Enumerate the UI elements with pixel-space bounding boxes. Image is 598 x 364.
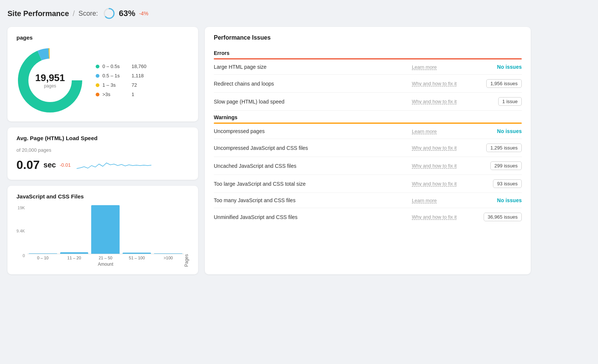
legend-count: 18,760 bbox=[132, 64, 147, 69]
issue-row: Unminified JavaScript and CSS filesWhy a… bbox=[214, 208, 522, 226]
issue-name: Uncompressed JavaScript and CSS files bbox=[214, 145, 412, 151]
issue-row: Too large JavaScript and CSS total sizeW… bbox=[214, 175, 522, 193]
issue-badge[interactable]: 1,295 issues bbox=[481, 144, 522, 152]
avg-load-subtitle: of 20,000 pages bbox=[16, 147, 189, 153]
x-label: >100 bbox=[154, 256, 182, 260]
legend-item: 0.5 – 1s 1,118 bbox=[96, 73, 147, 78]
avg-value: 0.07 bbox=[16, 158, 40, 172]
issue-badge[interactable]: 93 issues bbox=[481, 179, 522, 188]
donut-area: 19,951 pages 0 – 0.5s 18,760 0.5 – 1s 1,… bbox=[16, 47, 189, 114]
x-label: 21 – 50 bbox=[91, 256, 120, 260]
score-circle-icon bbox=[103, 7, 115, 19]
issues-container: ErrorsLarge HTML page sizeLearn moreNo i… bbox=[214, 46, 522, 226]
issue-row: Uncached JavaScript and CSS filesWhy and… bbox=[214, 157, 522, 175]
issue-name: Uncached JavaScript and CSS files bbox=[214, 163, 412, 169]
why-fix-link[interactable]: Why and how to fix it bbox=[412, 214, 472, 220]
issue-badge: No issues bbox=[481, 197, 522, 203]
avg-load-card: Avg. Page (HTML) Load Speed of 20,000 pa… bbox=[7, 127, 198, 180]
donut-center: 19,951 pages bbox=[35, 73, 65, 89]
avg-delta: -0.01 bbox=[60, 162, 71, 168]
issue-name: Too many JavaScript and CSS files bbox=[214, 197, 412, 203]
bars-container bbox=[27, 206, 184, 254]
legend-range: 0 – 0.5s bbox=[102, 64, 129, 69]
why-fix-link[interactable]: Why and how to fix it bbox=[412, 163, 472, 169]
issue-badge: No issues bbox=[481, 128, 522, 134]
issue-name: Unminified JavaScript and CSS files bbox=[214, 214, 412, 220]
bar-chart-area: 19K 9.4K 0 0 – 1011 – 2021 – 5051 – 100>… bbox=[16, 206, 189, 267]
issue-name: Slow page (HTML) load speed bbox=[214, 99, 412, 105]
panel-title: Performance Issues bbox=[214, 34, 522, 41]
donut-chart: 19,951 pages bbox=[16, 47, 84, 114]
legend-item: 1 – 3s 72 bbox=[96, 82, 147, 88]
learn-more-link[interactable]: Learn more bbox=[412, 198, 472, 203]
js-css-card: JavaScript and CSS Files 19K 9.4K 0 0 – … bbox=[7, 186, 198, 274]
issues-count-badge[interactable]: 36,965 issues bbox=[484, 213, 522, 221]
issue-row: Uncompressed JavaScript and CSS filesWhy… bbox=[214, 139, 522, 157]
issues-count-badge[interactable]: 1,956 issues bbox=[486, 79, 522, 88]
legend-dot bbox=[96, 93, 99, 96]
bar-chart-inner: 0 – 1011 – 2021 – 5051 – 100>100 Amount bbox=[27, 206, 184, 267]
performance-issues-panel: Performance Issues ErrorsLarge HTML page… bbox=[205, 27, 531, 274]
no-issues-badge: No issues bbox=[497, 128, 522, 134]
learn-more-link[interactable]: Learn more bbox=[412, 64, 472, 70]
y-axis: 19K 9.4K 0 bbox=[16, 206, 27, 267]
issue-name: Redirect chains and loops bbox=[214, 81, 412, 87]
no-issues-badge: No issues bbox=[497, 197, 522, 203]
y-label-9k: 9.4K bbox=[16, 229, 25, 233]
issue-row: Too many JavaScript and CSS filesLearn m… bbox=[214, 193, 522, 208]
y-axis-title: Pages bbox=[184, 206, 189, 267]
load-speed-title: pages bbox=[16, 34, 189, 41]
legend-dot bbox=[96, 83, 99, 87]
donut-legend: 0 – 0.5s 18,760 0.5 – 1s 1,118 1 – 3s 72… bbox=[96, 64, 147, 97]
section-label: Errors bbox=[214, 46, 522, 58]
avg-unit: sec bbox=[43, 161, 56, 169]
x-label: 51 – 100 bbox=[123, 256, 151, 260]
page-title: Site Performance bbox=[7, 9, 69, 18]
why-fix-link[interactable]: Why and how to fix it bbox=[412, 181, 472, 186]
score-value: 63% bbox=[119, 9, 135, 18]
section-label: Warnings bbox=[214, 111, 522, 123]
issue-badge[interactable]: 299 issues bbox=[481, 161, 522, 170]
issue-badge[interactable]: 1 issue bbox=[481, 97, 522, 106]
issue-badge[interactable]: 1,956 issues bbox=[481, 79, 522, 88]
js-css-title: JavaScript and CSS Files bbox=[16, 193, 189, 200]
issues-count-badge[interactable]: 1 issue bbox=[498, 97, 522, 106]
why-fix-link[interactable]: Why and how to fix it bbox=[412, 145, 472, 151]
legend-range: >3s bbox=[102, 92, 129, 97]
title-separator: / bbox=[73, 9, 75, 18]
bar bbox=[91, 205, 120, 254]
x-label: 11 – 20 bbox=[60, 256, 89, 260]
donut-label: pages bbox=[35, 83, 65, 88]
bar bbox=[60, 252, 89, 254]
issue-badge[interactable]: 36,965 issues bbox=[481, 213, 522, 221]
x-label: 0 – 10 bbox=[29, 256, 57, 260]
issue-name: Large HTML page size bbox=[214, 64, 412, 70]
legend-item: 0 – 0.5s 18,760 bbox=[96, 64, 147, 69]
issues-count-badge[interactable]: 1,295 issues bbox=[486, 144, 522, 152]
legend-count: 1 bbox=[132, 92, 134, 97]
avg-load-title: Avg. Page (HTML) Load Speed bbox=[16, 135, 189, 141]
score-label: Score: bbox=[78, 10, 98, 18]
x-axis-title: Amount bbox=[27, 262, 184, 267]
y-label-0: 0 bbox=[23, 252, 25, 258]
why-fix-link[interactable]: Why and how to fix it bbox=[412, 81, 472, 86]
bar bbox=[29, 253, 57, 254]
learn-more-link[interactable]: Learn more bbox=[412, 129, 472, 134]
legend-dot bbox=[96, 65, 99, 68]
legend-range: 1 – 3s bbox=[102, 82, 129, 88]
issue-row: Uncompressed pagesLearn moreNo issues bbox=[214, 124, 522, 139]
page-header: Site Performance / Score: 63% -4% bbox=[7, 7, 591, 19]
legend-dot bbox=[96, 74, 99, 78]
issues-count-badge[interactable]: 299 issues bbox=[490, 161, 522, 170]
y-label-19k: 19K bbox=[18, 206, 25, 210]
donut-total: 19,951 bbox=[35, 73, 65, 83]
bar bbox=[123, 253, 151, 254]
issue-name: Too large JavaScript and CSS total size bbox=[214, 181, 412, 187]
legend-count: 72 bbox=[132, 82, 137, 88]
load-speed-card: pages 19, bbox=[7, 27, 198, 121]
issue-row: Large HTML page sizeLearn moreNo issues bbox=[214, 59, 522, 75]
issues-count-badge[interactable]: 93 issues bbox=[493, 179, 522, 188]
x-axis-labels: 0 – 1011 – 2021 – 5051 – 100>100 bbox=[27, 254, 184, 260]
issue-row: Slow page (HTML) load speedWhy and how t… bbox=[214, 93, 522, 111]
why-fix-link[interactable]: Why and how to fix it bbox=[412, 99, 472, 104]
